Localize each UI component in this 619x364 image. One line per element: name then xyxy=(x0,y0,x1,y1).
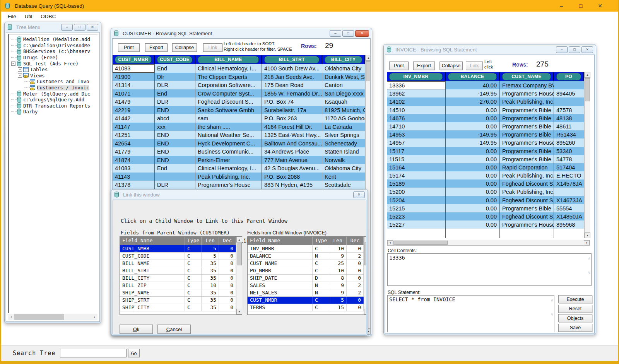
table-cell[interactable]: Hyck Development C... xyxy=(195,139,262,148)
invoice-collapse-button[interactable]: Collapse xyxy=(439,62,463,70)
table-cell[interactable]: 4164 Forest Hill Dr. xyxy=(262,123,322,131)
table-cell[interactable]: 11515 xyxy=(387,155,446,163)
table-cell[interactable]: Crow Computer Syst... xyxy=(195,89,262,98)
table-cell[interactable]: Dunkirk West, South xyxy=(322,73,365,81)
table-cell[interactable]: 48138 xyxy=(554,114,584,122)
table-row[interactable]: 147100.00Programmer's Bible48611 xyxy=(387,122,584,130)
minimize-button[interactable]: – xyxy=(61,24,73,31)
table-cell[interactable]: Programmer's Bible xyxy=(500,155,554,163)
table-cell[interactable]: 1855 W. Fernando Dr... xyxy=(262,89,322,98)
table-cell[interactable]: -149.95 xyxy=(446,130,500,138)
menu-item-util[interactable]: Util xyxy=(21,13,36,20)
table-cell[interactable]: 0.00 xyxy=(446,122,500,130)
table-cell[interactable]: 41378 xyxy=(113,181,155,189)
field-column-header[interactable]: Dec xyxy=(347,237,364,245)
table-cell[interactable]: 14676 xyxy=(387,114,446,122)
table-row[interactable]: 14102-276.00Peak Publishing, Inc. xyxy=(387,97,584,106)
scroll-up-icon[interactable]: ▲ xyxy=(364,237,366,243)
table-cell[interactable]: 41143 xyxy=(113,173,155,181)
field-row[interactable]: SHIP_NAMEC350 xyxy=(120,289,242,297)
table-cell[interactable]: 0.00 xyxy=(446,163,500,171)
table-row[interactable]: 42219ENDSanko Software GmbhSurabellastr.… xyxy=(113,106,365,114)
table-cell[interactable]: Kent xyxy=(322,173,365,181)
table-cell[interactable]: Scottsdale xyxy=(322,181,365,189)
maximize-button[interactable]: □ xyxy=(342,30,354,37)
table-row[interactable]: 152040.00Foghead Discount S...X14673JA xyxy=(387,196,584,204)
table-row[interactable]: 41314DLRCorporation Software...175 Dean … xyxy=(113,81,365,89)
table-row[interactable]: 41900DlrThe Clipper Experts218 Jan Seeds… xyxy=(113,73,365,81)
table-cell[interactable] xyxy=(554,97,584,106)
table-row[interactable]: 14953-149.95Programmer's BibleR51434 xyxy=(387,130,584,138)
table-cell[interactable]: Business Communic... xyxy=(195,147,262,156)
field-column-header[interactable]: Type xyxy=(185,237,202,245)
field-row[interactable]: SALESN92 xyxy=(248,282,366,289)
table-cell[interactable]: 0.00 xyxy=(446,106,500,114)
scrollbar-thumb[interactable] xyxy=(366,61,371,81)
customer-print-button[interactable]: Print xyxy=(118,43,140,52)
table-cell[interactable]: 175 Dean Road xyxy=(262,81,322,89)
field-row-selected[interactable]: CUST_NMBRC50 xyxy=(120,245,242,253)
table-cell[interactable]: 777 Main Avenue xyxy=(262,156,322,164)
table-cell[interactable]: End xyxy=(155,89,195,98)
close-button[interactable]: ✕ xyxy=(353,191,365,198)
table-row[interactable]: 14957-149.95Programmer's House895260 xyxy=(387,138,584,147)
table-cell[interactable]: 40.00 xyxy=(446,81,500,89)
table-row[interactable]: 152000.00Peak Publishing, Inc. xyxy=(387,188,584,196)
table-cell[interactable]: End xyxy=(155,64,195,73)
table-cell[interactable] xyxy=(155,173,195,181)
table-cell[interactable]: END xyxy=(155,106,195,114)
table-cell[interactable]: 41251 xyxy=(113,131,155,139)
table-cell[interactable]: 0.00 xyxy=(446,171,500,179)
tree-item[interactable]: Meter (SqlQuery.add Dic xyxy=(9,91,97,97)
table-cell[interactable]: 517404 xyxy=(554,163,584,171)
collapse-icon[interactable]: − xyxy=(18,73,22,78)
table-cell[interactable]: DLR xyxy=(155,181,195,189)
table-cell[interactable]: Foghead Discount S... xyxy=(500,212,554,220)
table-cell[interactable]: 48611 xyxy=(554,122,584,130)
tree-item[interactable]: DTR Transaction Reports xyxy=(9,103,97,109)
close-button[interactable]: ✕ xyxy=(581,46,593,53)
table-row[interactable]: 41083EndClinical Hematology, I...42 S Do… xyxy=(113,164,365,173)
table-cell[interactable]: 0.00 xyxy=(446,114,500,122)
invoice-horizontal-scrollbar[interactable]: ◄ ► xyxy=(387,240,590,246)
table-row[interactable]: 41378DLRProgrammer's House883 N Hyden, #… xyxy=(113,181,365,189)
scroll-up-icon[interactable]: ▲ xyxy=(585,72,590,78)
table-cell[interactable]: 15174 xyxy=(387,171,446,179)
scroll-right-icon[interactable]: ► xyxy=(584,240,590,245)
table-cell[interactable]: Programmer's Bible xyxy=(500,204,554,212)
table-cell[interactable]: R51434 xyxy=(554,130,584,138)
table-cell[interactable]: Balltown And Consau... xyxy=(262,139,322,148)
customer-column-header-cust_code[interactable]: CUST_CODE xyxy=(155,55,195,64)
table-cell[interactable]: 0.00 xyxy=(446,155,500,163)
table-cell[interactable]: 4100 South Drew Av... xyxy=(262,64,322,73)
table-cell[interactable]: Peak Publishing, Inc. xyxy=(500,171,554,179)
table-cell[interactable]: 14957 xyxy=(387,138,446,147)
table-cell[interactable]: Sanko Software Gmbh xyxy=(195,106,262,114)
field-table-scrollbar[interactable]: ▲▼ xyxy=(364,237,366,314)
table-cell[interactable]: 1170 AG Goohoeved. xyxy=(322,114,365,123)
table-cell[interactable]: END xyxy=(155,139,195,148)
field-row[interactable]: INV_NMBRC100 xyxy=(248,245,366,253)
chevron-up-icon[interactable]: ∧ xyxy=(588,256,590,260)
table-row[interactable]: 151170.00Programmer's Bible53340 xyxy=(387,147,584,155)
table-cell[interactable]: 41874 xyxy=(113,156,155,164)
scrollbar-thumb[interactable] xyxy=(364,243,366,265)
scroll-left-icon[interactable]: ◄ xyxy=(387,240,393,245)
scroll-down-icon[interactable]: ▼ xyxy=(585,232,590,238)
table-row[interactable]: 41779ENDBusiness Communic...34 Andrews P… xyxy=(113,147,365,156)
invoice-column-header-po[interactable]: PO xyxy=(554,72,584,81)
table-cell[interactable]: -149.95 xyxy=(446,89,500,97)
table-row[interactable]: 151740.00Peak Publishing, Inc.E.HECTO xyxy=(387,171,584,179)
table-cell[interactable]: X14578JA xyxy=(554,179,584,188)
invoice-export-button[interactable]: Export xyxy=(413,62,435,70)
invoice-grid-header[interactable]: INV_NMBRBALANCECUST_NAMEPO xyxy=(387,72,584,81)
field-row[interactable]: BILL_CITYC350 xyxy=(120,275,242,282)
customer-window-titlebar[interactable]: CUSTOMER - Browsing SQL Statement – □ ✕ xyxy=(111,28,372,38)
customer-collapse-button[interactable]: Collapse xyxy=(172,43,197,52)
field-table-scrollbar[interactable]: ▲▼ xyxy=(236,237,242,314)
table-cell[interactable]: Programmer's Bible xyxy=(500,147,554,155)
table-cell[interactable]: 15200 xyxy=(387,188,446,196)
table-cell[interactable]: Silver Springs xyxy=(322,131,365,139)
table-cell[interactable]: Peak Publishing, Inc. xyxy=(500,97,554,106)
table-cell[interactable]: Dlr xyxy=(155,73,195,81)
